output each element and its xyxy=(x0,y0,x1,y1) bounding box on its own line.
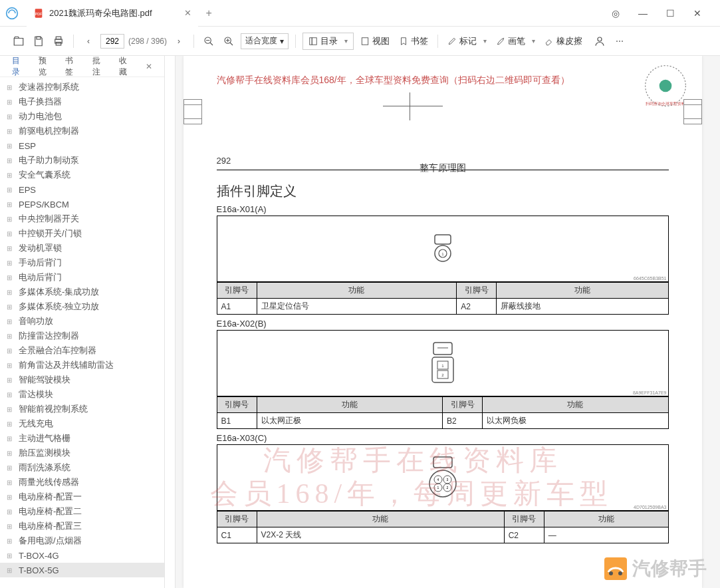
tree-item[interactable]: 电动后背门 xyxy=(0,270,164,285)
tree-item[interactable]: ESP xyxy=(0,138,164,153)
tree-item[interactable]: 前角雷达及并线辅助雷达 xyxy=(0,358,164,372)
tree-item[interactable]: 智能前视控制系统 xyxy=(0,402,164,416)
tree-item[interactable]: 手动后背门 xyxy=(0,255,164,270)
document-viewport[interactable]: 汽修帮手在线资料库会员168/年，全球车型资料免费查询（扫码右边二维码即可查看）… xyxy=(165,56,720,588)
tree-item[interactable]: 电子助力制动泵 xyxy=(0,153,164,168)
svg-text:4: 4 xyxy=(437,478,439,482)
sidebar-tabs: 目录 预览 书签 批注 收藏 ✕ xyxy=(0,56,164,77)
page-body: 292 整车原理图 插件引脚定义 E16a-X01(A)16645C65B3B5… xyxy=(183,149,702,557)
svg-text:2: 2 xyxy=(441,373,444,377)
tree-item[interactable]: 动力电池包 xyxy=(0,109,164,124)
eraser-icon xyxy=(544,37,554,46)
connector-diagram: 128A9EFF31A7E9 xyxy=(217,330,669,396)
tree-item[interactable]: 多媒体系统-独立功放 xyxy=(0,299,164,314)
sidebar-tab-outline[interactable]: 目录 xyxy=(5,56,32,78)
tree-item[interactable]: 电动座椅-配置一 xyxy=(0,490,164,504)
sidebar-close-icon[interactable]: ✕ xyxy=(139,62,159,71)
tree-item[interactable]: PEPS/KBCM xyxy=(0,197,164,212)
tab-title: 2021魏派玛奇朵电路图.pdf xyxy=(49,7,152,19)
section-title: 插件引脚定义 xyxy=(217,182,669,200)
tree-item[interactable]: 前驱电机控制器 xyxy=(0,124,164,138)
tree-item[interactable]: 雨量光线传感器 xyxy=(0,475,164,490)
tree-item[interactable]: 雷达模块 xyxy=(0,387,164,402)
svg-line-9 xyxy=(210,43,213,45)
zoom-in-icon[interactable] xyxy=(221,33,237,49)
close-window-icon[interactable]: ✕ xyxy=(693,8,701,19)
view-mode-button[interactable]: 视图 xyxy=(358,35,392,47)
tree-item[interactable]: 中控锁开关/门锁 xyxy=(0,226,164,241)
sidebar-tab-preview[interactable]: 预览 xyxy=(32,56,59,78)
svg-rect-14 xyxy=(310,37,312,45)
page-number-input[interactable] xyxy=(100,34,124,49)
sidebar-tab-bookmark[interactable]: 书签 xyxy=(59,56,85,78)
tree-item[interactable]: 胎压监测模块 xyxy=(0,446,164,460)
tree-item[interactable]: 雨刮洗涤系统 xyxy=(0,460,164,475)
svg-text:3: 3 xyxy=(446,478,448,482)
svg-rect-3 xyxy=(37,37,41,39)
pdf-page: 汽修帮手在线资料库会员168/年，全球车型资料免费查询（扫码右边二维码即可查看）… xyxy=(183,56,702,588)
svg-rect-15 xyxy=(312,37,316,45)
tree-item[interactable]: T-BOX-5G xyxy=(0,563,164,577)
page-header: 汽修帮手在线资料库会员168/年，全球车型资料免费查询（扫码右边二维码即可查看）… xyxy=(183,56,702,149)
save-icon[interactable] xyxy=(31,33,47,49)
schematic-bars xyxy=(183,92,702,132)
tree-item[interactable]: 发动机罩锁 xyxy=(0,241,164,255)
chevron-down-icon: ▾ xyxy=(532,37,535,45)
print-icon[interactable] xyxy=(51,33,66,49)
eraser-label: 橡皮擦 xyxy=(556,35,582,47)
tab-close-icon[interactable]: ✕ xyxy=(184,8,191,18)
tree-item[interactable]: T-BOX-4G xyxy=(0,548,164,563)
tree-item[interactable]: 安全气囊系统 xyxy=(0,168,164,182)
tree-item[interactable]: 电动座椅-配置三 xyxy=(0,519,164,533)
zoom-mode-label: 适合宽度 xyxy=(245,35,277,47)
svg-rect-31 xyxy=(433,457,452,468)
separator xyxy=(73,35,74,48)
maximize-icon[interactable]: ☐ xyxy=(666,8,675,19)
bookmark-button[interactable]: 书签 xyxy=(396,35,431,47)
bookmark-icon xyxy=(399,37,408,46)
pin-table: 引脚号功能引脚号功能B1以太网正极B2以太网负极 xyxy=(217,396,669,429)
more-icon[interactable]: ⋯ xyxy=(612,33,628,49)
document-tab[interactable]: PDF 2021魏派玛奇朵电路图.pdf ✕ xyxy=(27,0,198,27)
tree-item[interactable]: 中央控制器开关 xyxy=(0,212,164,226)
connector-label: E16a-X02(B) xyxy=(217,319,669,329)
tree-item[interactable]: 智能驾驶模块 xyxy=(0,372,164,387)
svg-rect-25 xyxy=(433,343,452,355)
tree-item[interactable]: 全景融合泊车控制器 xyxy=(0,343,164,358)
tree-item[interactable]: EPS xyxy=(0,182,164,197)
bookmark-label: 书签 xyxy=(411,35,428,47)
connector-diagram: 43124D7012509BA3 xyxy=(217,444,669,511)
annotate-button[interactable]: 标记 ▾ xyxy=(445,35,489,47)
svg-point-32 xyxy=(429,470,456,497)
brand-watermark: 汽修帮手 xyxy=(604,556,707,581)
tree-item[interactable]: 防撞雷达控制器 xyxy=(0,329,164,343)
svg-text:2: 2 xyxy=(446,486,448,490)
prev-page-icon[interactable]: ‹ xyxy=(80,33,96,49)
open-file-icon[interactable] xyxy=(11,33,27,49)
user-icon[interactable] xyxy=(592,33,608,49)
outline-panel-toggle[interactable]: 目录 ▾ xyxy=(302,33,354,50)
tree-item[interactable]: 电动座椅-配置二 xyxy=(0,504,164,519)
tree-item[interactable]: 变速器控制系统 xyxy=(0,80,164,94)
svg-rect-5 xyxy=(56,37,61,39)
tree-item[interactable]: 备用电源/点烟器 xyxy=(0,533,164,548)
svg-text:1: 1 xyxy=(441,252,444,256)
next-page-icon[interactable]: › xyxy=(171,33,187,49)
brush-button[interactable]: 画笔 ▾ xyxy=(493,35,538,47)
sidebar-tab-annot[interactable]: 批注 xyxy=(86,56,112,78)
tree-item[interactable]: 多媒体系统-集成功放 xyxy=(0,285,164,299)
add-tab-button[interactable]: + xyxy=(198,7,220,19)
brand-watermark-text: 汽修帮手 xyxy=(632,556,707,581)
minimize-icon[interactable]: — xyxy=(638,8,648,19)
annotate-icon xyxy=(447,37,457,46)
target-icon[interactable]: ◎ xyxy=(612,8,620,19)
tree-item[interactable]: 电子换挡器 xyxy=(0,94,164,109)
view-label: 视图 xyxy=(372,35,390,47)
zoom-mode-select[interactable]: 适合宽度▾ xyxy=(241,33,289,49)
eraser-button[interactable]: 橡皮擦 xyxy=(542,35,585,47)
tree-item[interactable]: 无线充电 xyxy=(0,416,164,431)
tree-item[interactable]: 主动进气格栅 xyxy=(0,431,164,446)
tree-item[interactable]: 音响功放 xyxy=(0,314,164,329)
zoom-out-icon[interactable] xyxy=(201,33,217,49)
sidebar-tab-fav[interactable]: 收藏 xyxy=(112,56,139,78)
